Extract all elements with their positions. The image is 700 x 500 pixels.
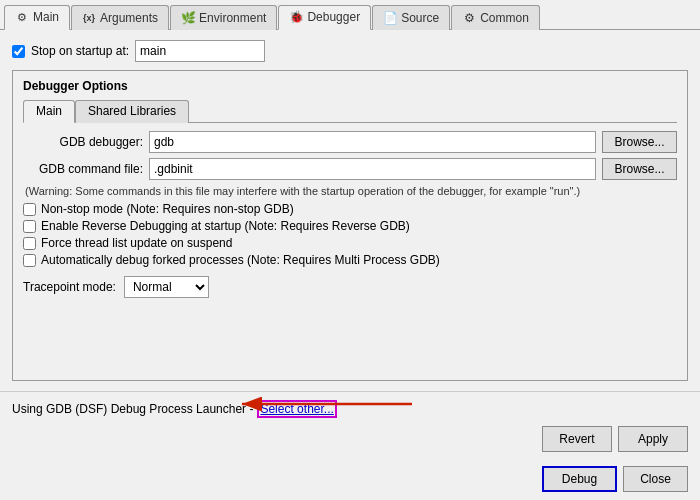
tab-arguments[interactable]: {x} Arguments [71,5,169,30]
gdb-debugger-browse-button[interactable]: Browse... [602,131,677,153]
tracepoint-label: Tracepoint mode: [23,280,116,294]
launcher-row: Using GDB (DSF) Debug Process Launcher -… [12,400,688,418]
tab-main[interactable]: Main [4,5,70,30]
nonstop-row: Non-stop mode (Note: Requires non-stop G… [23,202,677,216]
inner-tab-shared-libraries[interactable]: Shared Libraries [75,100,189,123]
gdb-command-row: GDB command file: Browse... [23,158,677,180]
source-icon: 📄 [383,11,397,25]
debug-button[interactable]: Debug [542,466,617,492]
tab-bar: Main {x} Arguments 🌿 Environment 🐞 Debug… [0,0,700,30]
auto-debug-forked-row: Automatically debug forked processes (No… [23,253,677,267]
launcher-arrow-area: Using GDB (DSF) Debug Process Launcher -… [12,400,688,418]
common-icon: ⚙ [462,11,476,25]
gdb-command-input[interactable] [149,158,596,180]
force-thread-row: Force thread list update on suspend [23,236,677,250]
startup-row: Stop on startup at: [12,40,688,62]
group-label: Debugger Options [23,79,677,93]
tab-environment[interactable]: 🌿 Environment [170,5,277,30]
dialog: Main {x} Arguments 🌿 Environment 🐞 Debug… [0,0,700,500]
main-content: Stop on startup at: Debugger Options Mai… [0,30,700,391]
bottom-section: Using GDB (DSF) Debug Process Launcher -… [0,391,700,500]
inner-tab-bar: Main Shared Libraries [23,99,677,123]
select-other-link[interactable]: Select other... [257,400,336,418]
reverse-debug-row: Enable Reverse Debugging at startup (Not… [23,219,677,233]
args-icon: {x} [82,11,96,25]
bottom-buttons-row: Debug Close [0,460,700,500]
close-button[interactable]: Close [623,466,688,492]
bottom-area: Using GDB (DSF) Debug Process Launcher -… [0,391,700,460]
main-icon [15,10,29,24]
force-thread-label: Force thread list update on suspend [41,236,232,250]
force-thread-checkbox[interactable] [23,237,36,250]
tracepoint-select[interactable]: Normal Fast Static [124,276,209,298]
nonstop-label: Non-stop mode (Note: Requires non-stop G… [41,202,294,216]
debugger-options-group: Debugger Options Main Shared Libraries G… [12,70,688,381]
gdb-command-browse-button[interactable]: Browse... [602,158,677,180]
auto-debug-forked-checkbox[interactable] [23,254,36,267]
gdb-debugger-row: GDB debugger: Browse... [23,131,677,153]
nonstop-checkbox[interactable] [23,203,36,216]
apply-button[interactable]: Apply [618,426,688,452]
gdb-debugger-input[interactable] [149,131,596,153]
gdb-command-label: GDB command file: [23,162,143,176]
warning-text: (Warning: Some commands in this file may… [23,185,677,197]
tab-debugger[interactable]: 🐞 Debugger [278,5,371,30]
action-buttons-row: Revert Apply [12,426,688,452]
stop-on-startup-checkbox[interactable] [12,45,25,58]
tab-source[interactable]: 📄 Source [372,5,450,30]
launcher-text: Using GDB (DSF) Debug Process Launcher - [12,402,253,416]
tracepoint-row: Tracepoint mode: Normal Fast Static [23,276,677,298]
auto-debug-forked-label: Automatically debug forked processes (No… [41,253,440,267]
env-icon: 🌿 [181,11,195,25]
tab-common[interactable]: ⚙ Common [451,5,540,30]
startup-value-input[interactable] [135,40,265,62]
gdb-debugger-label: GDB debugger: [23,135,143,149]
reverse-debug-checkbox[interactable] [23,220,36,233]
debugger-icon: 🐞 [289,10,303,24]
reverse-debug-label: Enable Reverse Debugging at startup (Not… [41,219,410,233]
stop-on-startup-label: Stop on startup at: [31,44,129,58]
revert-button[interactable]: Revert [542,426,612,452]
inner-tab-main[interactable]: Main [23,100,75,123]
